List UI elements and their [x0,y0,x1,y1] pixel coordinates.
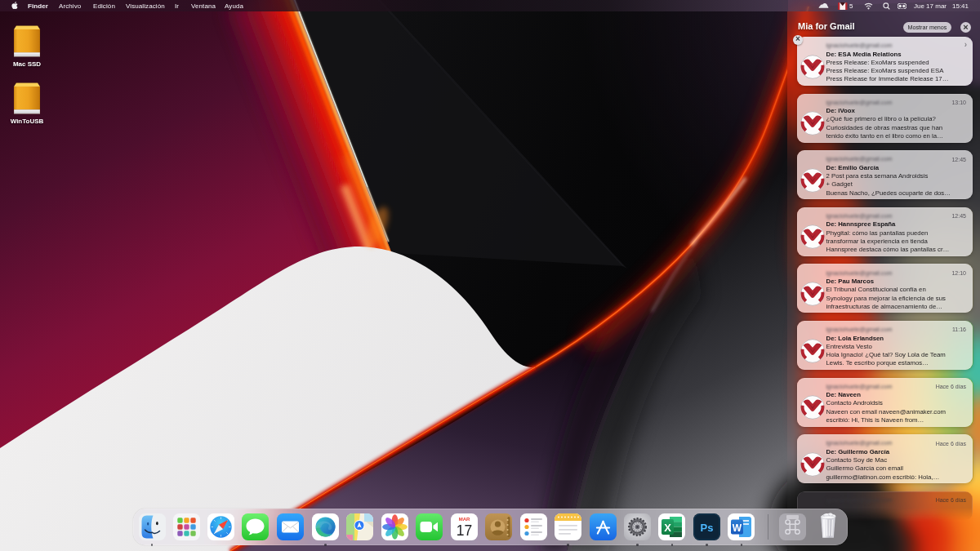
svg-text:MAR: MAR [458,517,470,522]
svg-text:17: 17 [456,522,471,539]
svg-text:Ps: Ps [700,522,713,534]
svg-text:W: W [733,522,742,534]
svg-text:X: X [665,522,672,534]
